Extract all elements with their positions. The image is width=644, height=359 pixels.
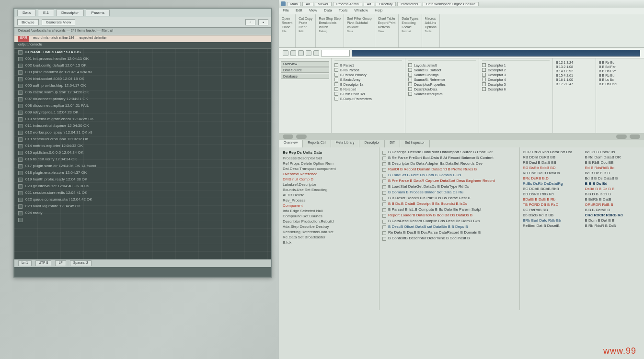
checkbox-icon[interactable] [18,104,23,108]
toggle-icon[interactable] [296,135,307,139]
toggle-icon[interactable] [630,135,640,139]
console-row[interactable]: 012 worker.pool.spawn 12:04:31 OK x8 [14,129,271,136]
tree-item[interactable]: Overview Reference [283,171,375,177]
title-tab[interactable]: Parameters [397,2,421,6]
tree-item[interactable]: Descriptor Production.Rebuild [283,219,375,224]
list-item[interactable]: Descriptor/Properties [408,82,476,87]
console-row[interactable]: 009 retry.replica.1 12:04:23 OK [14,109,271,116]
tree-item[interactable]: Info Edge Selected Null [283,208,375,213]
checkbox-icon[interactable] [18,77,23,81]
title-tab[interactable]: Viewer [315,2,332,6]
datasource-button[interactable]: Data Source [281,67,329,73]
list-item[interactable]: B Parse1 [334,63,402,67]
list-item[interactable]: Layouts.default [408,63,476,67]
checkbox-icon[interactable] [18,64,23,68]
grid-row[interactable]: Re Data B DesB B DocParse DataRecord B D… [382,230,517,236]
tree-item[interactable]: Dat.Desc Transport component [283,166,375,171]
console-row[interactable]: 011 index.rebuild.queue 12:04:30 OK [14,123,271,129]
ribbon-item[interactable]: Export Print [378,21,396,24]
checkbox-icon[interactable] [408,78,412,81]
checkbox-icon[interactable] [18,184,23,189]
console-row[interactable]: 017 plugin.scan.dir 12:04:36 OK 14 found [14,163,271,169]
checkbox-icon[interactable] [18,97,23,101]
checkbox-icon[interactable] [482,63,486,67]
console-row[interactable]: 006 cache.warmup.start 12:04:20 OK [14,89,271,96]
checkbox-icon[interactable] [18,90,23,95]
checkbox-icon[interactable] [482,73,486,77]
checkbox-icon[interactable] [408,63,412,67]
toggle-icon[interactable] [283,135,293,139]
tree-item[interactable]: Label.ref.Descriptor [283,182,375,187]
title-tab[interactable]: Data Workspace Engine Console [423,2,479,6]
console-row[interactable]: 004 bind.socket.8080 12:04:15 OK [14,76,271,82]
list-item[interactable]: Source/Descriptors [408,91,476,96]
ribbon-item[interactable]: Clear [299,25,312,29]
list-item[interactable]: Source B. Dataset [408,67,476,72]
menu-data[interactable]: Data [324,8,332,14]
list-item[interactable]: B Path Point Rel [334,91,402,96]
forward-icon[interactable] [290,50,296,56]
ribbon-item[interactable]: Refresh [378,25,396,29]
tree-item[interactable]: Ada.Step Describe Destroy [283,224,375,229]
list-item[interactable]: B Parsed Primary [334,72,402,77]
checkbox-icon[interactable] [18,164,23,168]
list-item[interactable]: B No Parsed [334,67,402,72]
grid-row[interactable]: Report LoaderB DataRow B Bod Bd Ds DataD… [382,213,517,218]
list-item[interactable]: Source Bindings [408,72,476,77]
console-row[interactable]: 019 health.probe.ready 12:04:38 OK [14,176,271,183]
tree-item[interactable]: Process Descriptor Set [283,156,375,161]
checkbox-icon[interactable] [334,82,338,86]
console-row[interactable]: 022 queue.consumer.start 12:04:42 OK [14,196,271,203]
list-item[interactable]: Descriptor/Data [408,87,476,91]
console-row[interactable]: 010 schema.migrate.check 12:04:25 OK [14,116,271,123]
console-row[interactable]: 003 parse.manifest.v2 12:04:14 WARN [14,69,271,76]
checkbox-icon[interactable] [18,124,23,128]
title-tab[interactable]: Main [287,2,301,6]
grid-row[interactable]: B Descript. Decode DataPoint DataImport … [382,149,517,155]
grid-row[interactable]: B DescB Offset DataB set DataBin B B Dep… [382,224,517,230]
list-item[interactable]: B Descriptor 1a [334,82,402,87]
ribbon-item[interactable]: Add-ins [425,21,437,24]
tree-item[interactable]: Re.Data Set.Broadcaster [283,235,375,240]
checkbox-icon[interactable] [408,73,412,77]
checkbox-icon[interactable] [18,191,23,195]
ribbon-item[interactable]: Options [425,25,437,29]
console-row[interactable]: 002 load.config.default 12:04:13 OK [14,62,271,69]
grid-row[interactable]: B Re Parse PreSort Bod.Data B At Record … [382,155,517,161]
grid-row[interactable]: B B Descr Record Bin Part B Is Bs Parse … [382,195,517,201]
list-item[interactable]: B Basic Array [334,77,402,82]
tab-meta[interactable]: Meta Library [331,140,360,147]
window-min-icon[interactable]: ▫ [245,19,255,25]
grid-row[interactable]: B Parsed B IsL.B Compute B Bs Data Be Pa… [382,207,517,213]
list-item[interactable]: B Notepad [334,87,402,91]
grid-row[interactable]: B LoadStat DataGet DataDs B DataType Rd … [382,184,517,190]
checkbox-icon[interactable] [18,70,23,75]
checkbox-icon[interactable] [334,63,338,67]
grid-row[interactable]: B Pre Parse B DataR Capture DataSort Des… [382,178,517,184]
console-row[interactable] [14,216,271,223]
menu-window[interactable]: Window [354,8,368,14]
checkbox-icon[interactable] [18,50,23,55]
checkbox-icon[interactable] [408,87,412,91]
grid-row[interactable]: B Domain B Process Binder Set.Data Ds Ru [382,190,517,195]
checkbox-icon[interactable] [18,57,23,61]
stop-icon[interactable] [306,50,311,56]
tree-item[interactable]: Rendering ReferenceData.set [283,229,375,235]
list-item[interactable]: Descriptor 3 [482,72,550,77]
tree-item[interactable]: DMS null Comp D [283,177,375,182]
menu-tools[interactable]: Tools [339,8,348,14]
ribbon-item[interactable]: Paste [299,21,312,24]
tree-item[interactable]: Bounds.Use Set Encoding [283,187,375,192]
menu-edit[interactable]: Edit [296,8,302,14]
tab-data[interactable]: Data [17,10,36,16]
checkbox-icon[interactable] [18,218,23,222]
ribbon-item[interactable]: Recent [282,21,292,24]
console-row[interactable]: 016 tls.cert.verify 12:04:34 OK [14,156,271,163]
tree-item[interactable]: ALTR Delete [283,192,375,198]
console-row[interactable]: ID NAME TIMESTAMP STATUS [14,49,271,56]
checkbox-icon[interactable] [18,117,23,122]
ribbon-item[interactable]: Breakpoints [319,21,341,24]
checkbox-icon[interactable] [408,68,412,72]
checkbox-icon[interactable] [482,78,486,81]
browse-button[interactable]: Browse [17,19,39,25]
